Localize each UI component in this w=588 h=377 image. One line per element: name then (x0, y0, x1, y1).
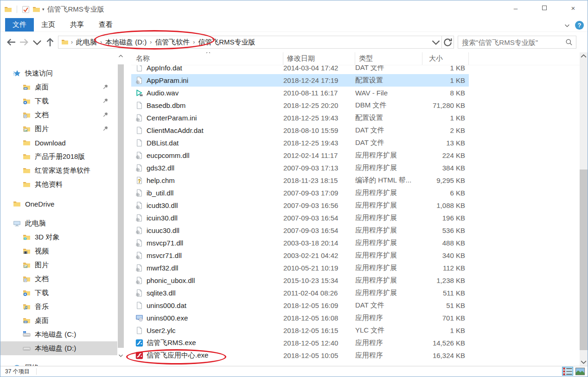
sidebar-item-15[interactable]: 下载 (0, 286, 117, 300)
sidebar-item-8[interactable]: 其他资料 (0, 177, 117, 191)
sidebar-item-18[interactable]: 本地磁盘 (C:) (0, 327, 117, 341)
sidebar-item-2[interactable]: 下载 (0, 94, 117, 108)
scrollbar-thumb[interactable] (580, 170, 588, 350)
tab-0[interactable]: 文件 (5, 18, 34, 31)
details-view-button[interactable] (562, 367, 573, 376)
sidebar-item-5[interactable]: Download (0, 136, 117, 150)
scrollbar-thumb[interactable] (118, 64, 124, 348)
table-row[interactable]: CenterParam.ini 2018-12-25 19:43 配置设置 1 … (131, 112, 469, 124)
folder-icon (32, 6, 40, 13)
sidebar-item-12[interactable]: 视频 (0, 244, 117, 258)
column-header-name[interactable]: 名称 (131, 52, 283, 65)
breadcrumb-item[interactable]: 此电脑 (73, 38, 100, 47)
table-row[interactable]: 信管飞应用中心.exe 2018-12-05 10:05 应用程序 16,324… (131, 349, 469, 362)
file-size: 112 KB (422, 264, 469, 272)
search-input[interactable] (462, 38, 563, 46)
table-row[interactable]: ClientMacAddr.dat 2018-08-10 15:59 DAT 文… (131, 124, 469, 137)
column-header-type[interactable]: 类型 (355, 52, 422, 65)
column-header-size[interactable]: 大小 (422, 52, 469, 65)
table-row[interactable]: Basedb.dbm 2018-12-25 20:20 DBM 文件 71,28… (131, 99, 469, 112)
scroll-down-icon[interactable] (118, 352, 124, 359)
sidebar-scrollbar[interactable] (117, 52, 125, 366)
up-button[interactable] (44, 36, 56, 48)
search-box[interactable] (458, 36, 576, 49)
file-name: help.chm (147, 176, 283, 184)
sidebar-item-19[interactable]: 本地磁盘 (D:) (0, 341, 117, 355)
breadcrumb-item[interactable]: 信管飞软件 (152, 38, 192, 47)
chevron-down-icon (430, 37, 441, 48)
sidebar-item-4[interactable]: 图片 (0, 122, 117, 136)
file-date: 2007-09-03 17:13 (283, 164, 355, 172)
drive-d-icon (23, 345, 31, 352)
sidebar-item-0[interactable]: 快速访问 (0, 66, 117, 80)
sidebar-item-label: 图片 (35, 125, 49, 133)
breadcrumb-item[interactable]: 信管飞RMS专业版 (195, 38, 258, 47)
table-row[interactable]: User2.ylc 2018-12-05 16:15 YLC 文件 1 KB (131, 324, 469, 337)
sidebar-item-17[interactable]: 桌面 (0, 314, 117, 327)
scroll-down-icon[interactable] (580, 358, 588, 366)
minimize-button[interactable]: – (501, 0, 530, 15)
ribbon-collapse-icon[interactable] (564, 22, 570, 29)
table-row[interactable]: phonic_ubox.dll 2015-10-23 15:34 应用程序扩展 … (131, 274, 469, 287)
sidebar-item-6[interactable]: 产品手册2018版 (0, 150, 117, 163)
file-date: 2007-09-03 16:54 (283, 226, 355, 234)
address-dropdown-icon[interactable] (430, 36, 441, 48)
table-row[interactable]: mwrf32.dll 2010-05-21 10:19 应用程序扩展 112 K… (131, 262, 469, 274)
column-header-date[interactable]: 修改日期 (283, 52, 355, 65)
help-button[interactable]: ? (575, 21, 584, 30)
file-type: 应用程序扩展 (355, 251, 422, 260)
table-row[interactable]: msvcr71.dll 2003-02-21 04:42 应用程序扩展 340 … (131, 249, 469, 262)
table-row[interactable]: Audio.wav 2010-08-11 16:17 WAV - File 8 … (131, 87, 469, 99)
table-row[interactable]: ? help.chm 2018-11-23 18:15 编译的 HTML 帮..… (131, 174, 469, 187)
folder-pictures-icon (23, 261, 31, 269)
sidebar-item-10[interactable]: 此电脑 (0, 216, 117, 230)
sidebar-item-11[interactable]: 3D 对象 (0, 230, 117, 244)
qat-dropdown-icon[interactable]: ▾ (42, 7, 45, 12)
sidebar-item-7[interactable]: 红管家送货单软件 (0, 163, 117, 177)
address-bar[interactable]: ›此电脑›本地磁盘 (D:)›信管飞软件›信管飞RMS专业版 (58, 36, 442, 49)
sidebar-item-13[interactable]: 图片 (0, 258, 117, 272)
file-name: icuin30.dll (147, 214, 283, 222)
maximize-button[interactable] (530, 0, 559, 15)
table-row[interactable]: eucpcomm.dll 2012-02-14 11:17 应用程序扩展 224… (131, 149, 469, 162)
sidebar-item-14[interactable]: 文档 (0, 272, 117, 286)
file-name: AppParam.ini (147, 76, 283, 84)
file-type: 应用程序 (355, 351, 422, 360)
back-button[interactable] (5, 36, 17, 48)
table-row[interactable]: icudt30.dll 2007-09-03 16:56 应用程序扩展 1,08… (131, 199, 469, 212)
table-row[interactable]: ib_util.dll 2007-09-03 17:09 应用程序扩展 6 KB (131, 187, 469, 199)
table-row[interactable]: gds32.dll 2007-09-03 17:13 应用程序扩展 384 KB (131, 162, 469, 174)
recent-locations-icon[interactable] (31, 36, 43, 48)
sidebar-item-label: 文档 (35, 111, 49, 119)
table-row[interactable]: AppParam.ini 2018-12-24 17:19 配置设置 1 KB (131, 74, 469, 87)
thumbnails-view-button[interactable] (575, 367, 586, 376)
tab-3[interactable]: 查看 (91, 18, 120, 31)
table-row[interactable]: icuuc30.dll 2007-09-03 16:54 应用程序扩展 536 … (131, 224, 469, 237)
table-row[interactable]: msvcp71.dll 2003-03-18 20:14 应用程序扩展 488 … (131, 237, 469, 249)
scroll-up-icon[interactable] (118, 52, 124, 60)
sidebar-item-20[interactable]: 网络 (0, 361, 117, 366)
sidebar-item-16[interactable]: 音乐 (0, 300, 117, 314)
tab-2[interactable]: 共享 (63, 18, 91, 31)
table-row[interactable]: unins000.dat 2018-12-05 16:09 DAT 文件 51 … (131, 299, 469, 312)
close-button[interactable]: × (559, 0, 588, 15)
sidebar-item-3[interactable]: 文档 (0, 108, 117, 122)
scroll-up-icon[interactable] (580, 52, 588, 60)
table-row[interactable]: DBList.dat 2018-12-25 19:43 DAT 文件 13 KB (131, 137, 469, 149)
file-date: 2018-12-25 20:20 (283, 101, 355, 109)
file-date: 2015-10-23 15:34 (283, 276, 355, 284)
table-row[interactable]: icuin30.dll 2007-09-03 16:54 应用程序扩展 196 … (131, 212, 469, 224)
file-size: 16,324 KB (422, 352, 469, 359)
sidebar-item-1[interactable]: 桌面 (0, 80, 117, 94)
table-row[interactable]: 信管飞RMS.exe 2018-12-05 12:40 应用程序 14,526 … (131, 337, 469, 349)
breadcrumb-item[interactable]: 本地磁盘 (D:) (102, 38, 149, 47)
file-name: sqlite3.dll (147, 289, 283, 297)
sidebar-item-9[interactable]: OneDrive (0, 197, 117, 211)
forward-button[interactable] (18, 36, 30, 48)
tab-1[interactable]: 主页 (34, 18, 63, 31)
refresh-button[interactable] (442, 36, 454, 49)
table-row[interactable]: unins000.exe 2018-12-05 16:08 应用程序 701 K… (131, 312, 469, 324)
sidebar-item-label: 下载 (35, 97, 49, 106)
table-row[interactable]: sqlite3.dll 2011-02-04 08:26 应用程序扩展 511 … (131, 287, 469, 299)
list-scrollbar[interactable] (580, 52, 588, 366)
